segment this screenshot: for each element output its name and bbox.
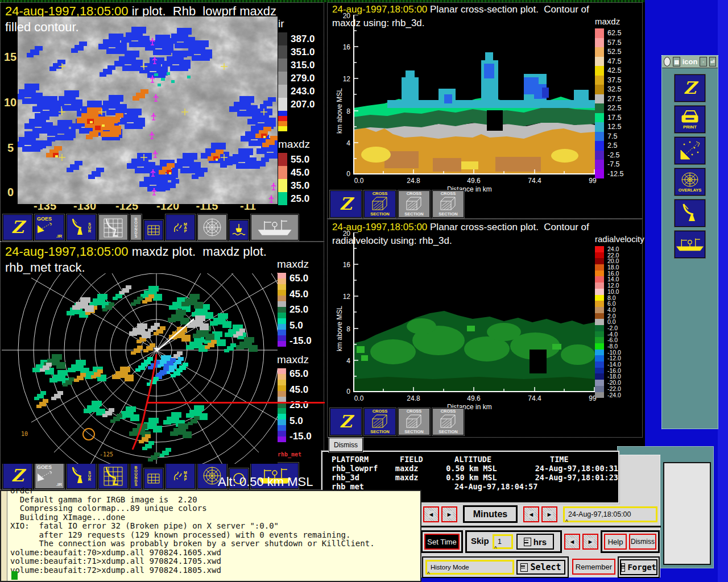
terminal-line: Default gamma for IRGB image is 2.20: [10, 496, 418, 505]
lon-grid-label: -125: [100, 451, 113, 458]
skip-forward-button[interactable]: ►: [582, 534, 598, 550]
map-button[interactable]: MAP: [166, 214, 195, 240]
colorbar-title: radialvelocity: [595, 234, 644, 244]
cross-section-baseline[interactable]: [146, 402, 325, 404]
grid-radar-button[interactable]: [98, 463, 128, 489]
radialvelocity-colorbar: radialvelocity24.022.020.018.016.014.012…: [595, 234, 644, 398]
overlays-button[interactable]: OVERLAYS: [675, 168, 705, 196]
menu-icon: [520, 563, 528, 572]
cross-section-maxdz-window: 24-aug-1997,18:05:00 Planar cross-sectio…: [327, 2, 643, 219]
y-tick: 0: [7, 186, 14, 199]
select-button[interactable]: Select: [516, 560, 565, 575]
cross-section-radialvelocity-window: 24-aug-1997,18:05:00 Planar cross-sectio…: [327, 219, 643, 438]
skip-label: Skip: [471, 536, 489, 546]
time-field[interactable]: 24-Aug-97,18:05:00: [563, 506, 657, 522]
step-back-button[interactable]: ◄: [423, 506, 439, 522]
y-tick: 12: [336, 293, 350, 301]
set-time-button[interactable]: Set Time: [424, 534, 460, 550]
colorbar-labels: 65.045.025.05.0-15.0: [289, 368, 312, 442]
cross-section-button[interactable]: CROSSSECTION: [398, 190, 430, 218]
print-button[interactable]: PRINT: [675, 106, 705, 133]
field-caret: ^: [565, 519, 568, 525]
cross-section-button[interactable]: CROSSSECTION: [432, 190, 464, 218]
menu-icon: [524, 538, 531, 546]
x-tick: 49.6: [467, 177, 480, 185]
skip-back-button[interactable]: ◄: [564, 534, 580, 550]
icon-dock-buttons: ZPRINTOVERLAYS: [662, 68, 718, 258]
cross-section-plot[interactable]: [353, 232, 595, 394]
field-caret: ^: [427, 571, 430, 577]
cross-section-button[interactable]: CROSSSECTION: [364, 190, 396, 218]
ship-button[interactable]: [675, 231, 705, 258]
forget-label: Forget: [627, 563, 656, 572]
small-grid-button[interactable]: [144, 468, 163, 489]
terminal-scrollbar[interactable]: [1, 491, 7, 581]
forget-button[interactable]: Forget: [620, 559, 657, 575]
terminal-window[interactable]: order Default gamma for IRGB image is 2.…: [0, 490, 421, 582]
zebra-logo-button[interactable]: Z: [675, 74, 705, 102]
colorbar-title: maxdz: [595, 16, 624, 26]
title-text: maxdz plot. maxdz plot.: [129, 244, 267, 259]
bounds-button[interactable]: BOUNDS: [130, 463, 142, 489]
window-title-line2: filled contour.: [5, 20, 79, 35]
colorbar-gradient: [595, 28, 604, 178]
zebra-logo-button[interactable]: Z: [3, 214, 32, 240]
x-tick: 74.4: [528, 177, 541, 185]
maxdz-colorbar: maxdz55.045.035.025.0: [278, 138, 310, 205]
hours-units-button[interactable]: hrs: [516, 534, 554, 550]
minutes-button[interactable]: Minutes: [463, 505, 518, 523]
bounds-button[interactable]: BOUNDS: [130, 214, 142, 240]
grid-radar-button[interactable]: [98, 214, 128, 240]
cross-section-plot[interactable]: [353, 15, 595, 177]
cross-section-button[interactable]: CROSSSECTION: [398, 408, 430, 435]
terminal-line: volume:beaufait:70>xdump.all 970824.1605…: [10, 548, 418, 558]
zebra-logo-button[interactable]: Z: [3, 463, 32, 489]
y-tick: 0: [336, 388, 350, 396]
goes-ir-button[interactable]: GOES.IR: [35, 463, 64, 489]
y-tick: 4: [336, 139, 350, 147]
right-arrow-icon: ►: [587, 538, 594, 545]
platform-cell: 0.50 km MSL: [446, 464, 535, 473]
window-doc-icon[interactable]: ▤: [673, 57, 680, 66]
cross-section-button[interactable]: CROSSSECTION: [432, 408, 464, 435]
ship-button[interactable]: [251, 214, 299, 240]
empty-panel: [663, 462, 711, 565]
platform-cell: 24-Aug-97,18:00:31: [535, 464, 618, 473]
y-tick: 16: [336, 261, 350, 269]
x-tick: 0.0: [354, 394, 364, 402]
colorbar-gradient: [278, 32, 287, 131]
history-mode-field[interactable]: History Mode: [425, 560, 514, 575]
minutes-back-button[interactable]: ◄: [523, 506, 539, 522]
terminal-line: order: [10, 487, 418, 496]
window-menu-icon[interactable]: [664, 57, 671, 66]
ir-satellite-plot[interactable]: [18, 16, 278, 206]
sur-radar-button[interactable]: SUR: [67, 463, 96, 489]
zebra-logo-button[interactable]: Z: [330, 190, 362, 218]
minutes-forward-button[interactable]: ►: [541, 506, 557, 522]
window-title-line2: maxdz using: rhb_3d.: [332, 18, 425, 29]
satellite-button[interactable]: [675, 137, 705, 164]
remember-button[interactable]: Remember: [572, 559, 615, 575]
panel-dismiss-button[interactable]: Dismiss: [629, 534, 656, 550]
goes-ir-button[interactable]: GOES.IR: [35, 214, 64, 240]
buoy-button[interactable]: [229, 220, 249, 240]
icon-window-title: icon: [682, 57, 698, 66]
x-tick: 0.0: [354, 177, 364, 185]
cross-section-button[interactable]: CROSSSECTION: [364, 408, 396, 435]
colorbar-labels: 24.022.020.018.016.014.012.010.08.06.04.…: [607, 246, 621, 398]
radar-dish-button[interactable]: [675, 199, 705, 227]
window-close-icon[interactable]: ⏎: [709, 57, 716, 66]
small-grid-button[interactable]: [144, 220, 163, 240]
terminal-cursor: [11, 571, 18, 580]
terminal-line: volume:beaufait:71>xdump.all 970824.1705…: [10, 557, 418, 566]
dismiss-button[interactable]: Dismiss: [329, 438, 363, 452]
sur-radar-button[interactable]: SUR: [67, 214, 96, 240]
ppi-radar-plot[interactable]: 10 -125: [2, 273, 278, 466]
platform-cell: 24-Aug-97,18:04:57: [454, 482, 550, 491]
map-button[interactable]: MAP: [166, 463, 195, 489]
window-iconify-icon[interactable]: ◦: [700, 57, 706, 66]
help-button[interactable]: Help: [604, 534, 627, 550]
step-forward-button[interactable]: ►: [441, 506, 457, 522]
zebra-logo-button[interactable]: Z: [330, 408, 362, 435]
rings-button[interactable]: [197, 214, 227, 240]
